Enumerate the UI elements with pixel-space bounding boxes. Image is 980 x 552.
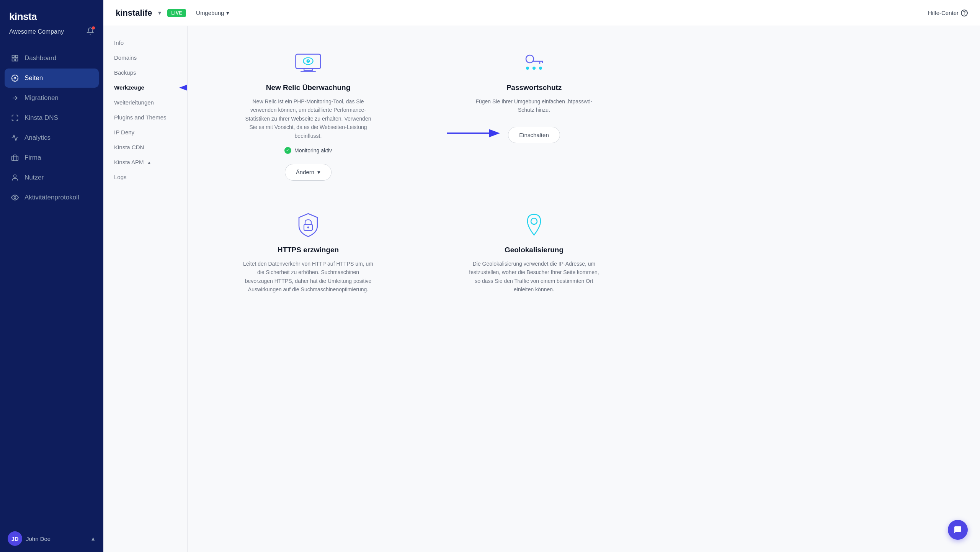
seiten-icon (11, 74, 19, 82)
notification-dot (92, 26, 95, 29)
user-name: John Doe (26, 536, 51, 542)
avatar: JD (8, 531, 22, 546)
status-green-icon: ✓ (284, 147, 291, 154)
chevron-up-icon: ▲ (90, 536, 96, 542)
new-relic-icon (294, 49, 322, 77)
sidebar-logo-area: kinsta Awesome Company (0, 0, 103, 46)
svg-point-25 (532, 67, 536, 70)
sub-nav-logs[interactable]: Logs (103, 170, 187, 185)
geo-icon (520, 211, 548, 239)
sub-nav-backups[interactable]: Backups (103, 65, 187, 80)
sidebar-item-label: Firma (24, 154, 41, 162)
kinsta-logo: kinsta (9, 11, 94, 23)
svg-rect-2 (12, 59, 15, 61)
sidebar-item-dashboard[interactable]: Dashboard (5, 49, 99, 68)
env-label: Umgebung (196, 10, 224, 16)
svg-point-30 (531, 218, 537, 224)
aktivitaet-icon (11, 193, 19, 202)
tool-card-new-relic: New Relic Überwachung New Relic ist ein … (211, 41, 406, 188)
passwortschutz-desc: Fügen Sie Ihrer Umgebung einfachen .htpa… (469, 97, 599, 114)
svg-point-26 (539, 67, 542, 70)
https-title: HTTPS erzwingen (278, 246, 339, 254)
topbar: kinstalife ▾ LIVE Umgebung ▾ Hilfe-Cente… (103, 0, 980, 26)
svg-point-24 (526, 67, 529, 70)
sub-nav-ip-deny[interactable]: IP Deny (103, 125, 187, 140)
topbar-right: Hilfe-Center ? (928, 10, 968, 16)
sub-nav-kinsta-apm[interactable]: Kinsta APM ▲ (103, 155, 187, 170)
sidebar-item-seiten[interactable]: Seiten (5, 69, 99, 88)
sidebar-item-kinsta-dns[interactable]: Kinsta DNS (5, 108, 99, 127)
kinsta-dns-icon (11, 114, 19, 122)
sidebar-item-label: Analytics (24, 134, 51, 142)
svg-point-18 (307, 59, 310, 63)
migrationen-icon (11, 94, 19, 102)
svg-point-11 (14, 175, 16, 178)
page-content: New Relic Überwachung New Relic ist ein … (188, 26, 980, 552)
tool-card-https: HTTPS erzwingen Leitet den Datenverkehr … (211, 204, 406, 302)
svg-rect-0 (12, 56, 15, 58)
sidebar-item-label: Seiten (24, 74, 43, 82)
env-selector[interactable]: Umgebung ▾ (192, 7, 233, 19)
sidebar-item-label: Migrationen (24, 94, 59, 102)
company-name: Awesome Company (9, 28, 64, 35)
sidebar-item-label: Kinsta DNS (24, 114, 58, 122)
sidebar-item-analytics[interactable]: Analytics (5, 128, 99, 147)
tool-card-passwortschutz: Passwortschutz Fügen Sie Ihrer Umgebung … (436, 41, 632, 188)
svg-rect-15 (304, 69, 312, 70)
sidebar-item-label: Nutzer (24, 174, 44, 181)
svg-point-29 (307, 226, 309, 228)
sub-nav-werkzeuge[interactable]: Werkzeuge (103, 80, 187, 95)
new-relic-title: New Relic Überwachung (266, 83, 351, 92)
new-relic-desc: New Relic ist ein PHP-Monitoring-Tool, d… (243, 97, 373, 140)
dropdown-chevron-icon: ▾ (317, 169, 320, 176)
svg-point-5 (14, 77, 16, 79)
sidebar-item-label: Dashboard (24, 54, 56, 62)
monitoring-status: ✓ Monitoring aktiv (284, 147, 332, 154)
help-circle-icon: ? (961, 10, 968, 16)
firma-icon (11, 154, 19, 162)
sub-nav-weiterleitungen[interactable]: Weiterleitungen (103, 95, 187, 110)
right-arrow-annotation (447, 128, 500, 139)
sidebar-footer[interactable]: JD John Doe ▲ (0, 525, 103, 552)
tools-grid: New Relic Überwachung New Relic ist ein … (211, 41, 632, 302)
sub-sidebar: Info Domains Backups Werkzeuge Weiterlei… (103, 26, 188, 552)
notification-bell[interactable] (87, 27, 94, 36)
left-arrow-annotation (179, 82, 188, 93)
aendern-button[interactable]: Ändern ▾ (285, 164, 332, 181)
https-desc: Leitet den Datenverkehr von HTTP auf HTT… (243, 260, 373, 294)
sidebar-item-firma[interactable]: Firma (5, 148, 99, 167)
help-center-button[interactable]: Hilfe-Center ? (928, 10, 968, 16)
tool-card-geo: Geolokalisierung Die Geolokalisierung ve… (436, 204, 632, 302)
https-icon (294, 211, 322, 239)
apm-badge: ▲ (147, 160, 152, 165)
svg-rect-1 (16, 56, 18, 58)
svg-rect-3 (16, 59, 18, 61)
nutzer-icon (11, 173, 19, 182)
main-area: kinstalife ▾ LIVE Umgebung ▾ Hilfe-Cente… (103, 0, 980, 552)
sub-nav-plugins-themes[interactable]: Plugins and Themes (103, 110, 187, 125)
live-badge: LIVE (167, 9, 186, 17)
svg-rect-10 (12, 156, 18, 161)
passwortschutz-title: Passwortschutz (506, 83, 562, 92)
sub-nav-info[interactable]: Info (103, 35, 187, 50)
company-row: Awesome Company (9, 25, 94, 42)
sidebar-item-nutzer[interactable]: Nutzer (5, 168, 99, 187)
dashboard-icon (11, 54, 19, 62)
site-name: kinstalife (116, 8, 152, 18)
geo-desc: Die Geolokalisierung verwendet die IP-Ad… (469, 260, 599, 294)
content-area: Info Domains Backups Werkzeuge Weiterlei… (103, 26, 980, 552)
sidebar-nav: Dashboard Seiten Migrationen Kinsta DNS … (0, 46, 103, 525)
analytics-icon (11, 134, 19, 142)
sub-nav-domains[interactable]: Domains (103, 50, 187, 65)
passwortschutz-icon (520, 49, 548, 77)
sidebar-item-migrationen[interactable]: Migrationen (5, 88, 99, 108)
sidebar-item-aktivitaet[interactable]: Aktivitätenprotokoll (5, 188, 99, 207)
einschalten-button[interactable]: Einschalten (508, 127, 560, 143)
chat-button[interactable] (948, 520, 968, 540)
site-chevron-icon[interactable]: ▾ (158, 9, 161, 16)
sidebar-item-label: Aktivitätenprotokoll (24, 194, 79, 201)
geo-title: Geolokalisierung (505, 246, 564, 254)
sub-nav-kinsta-cdn[interactable]: Kinsta CDN (103, 140, 187, 155)
help-label: Hilfe-Center (928, 10, 959, 16)
sidebar: kinsta Awesome Company Dashboard Seiten (0, 0, 103, 552)
